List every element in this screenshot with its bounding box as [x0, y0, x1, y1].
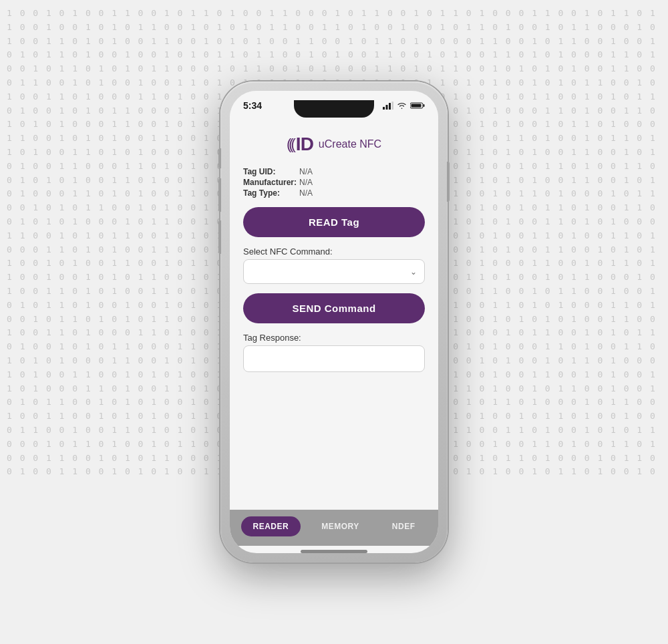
manufacturer-value: N/A	[299, 178, 313, 187]
logo-waves: (((	[287, 136, 293, 153]
status-time: 5:34	[243, 100, 262, 111]
logo-id: ID	[296, 134, 313, 155]
tag-response-section: Tag Response:	[243, 333, 425, 372]
tag-type-label: Tag Type:	[243, 188, 297, 198]
mute-button	[218, 148, 221, 168]
logo-app-name: uCreate NFC	[319, 138, 381, 150]
manufacturer-label: Manufacturer:	[243, 178, 297, 187]
volume-up-button	[218, 178, 221, 212]
wifi-icon	[397, 102, 407, 110]
tag-info-section: Tag UID: N/A Manufacturer: N/A Tag Type:…	[243, 167, 425, 198]
tag-response-value	[243, 345, 425, 372]
tab-ndef[interactable]: NDEF	[380, 516, 428, 536]
battery-icon	[410, 102, 425, 110]
nfc-command-section: Select NFC Command: ⌄	[243, 247, 425, 284]
tag-type-row: Tag Type: N/A	[243, 188, 425, 198]
svg-rect-1	[386, 105, 388, 110]
svg-rect-6	[424, 104, 425, 107]
bottom-navigation: READER MEMORY NDEF	[230, 510, 438, 546]
nfc-command-select[interactable]	[243, 259, 425, 284]
status-icons	[383, 102, 425, 110]
phone-shell: 5:34	[220, 82, 448, 562]
tab-memory[interactable]: MEMORY	[309, 516, 371, 536]
app-content: ((( ID uCreate NFC Tag UID: N/A Manufact…	[230, 120, 438, 510]
nfc-command-label: Select NFC Command:	[243, 247, 425, 257]
svg-rect-3	[392, 102, 394, 110]
svg-rect-5	[411, 104, 422, 108]
svg-rect-2	[389, 103, 391, 110]
send-command-button[interactable]: SEND Command	[243, 293, 425, 323]
tag-uid-label: Tag UID:	[243, 167, 297, 176]
nfc-command-select-wrapper: ⌄	[243, 259, 425, 284]
tag-type-value: N/A	[299, 188, 313, 198]
power-button	[447, 162, 450, 202]
tab-reader[interactable]: READER	[241, 516, 301, 536]
phone-screen: 5:34	[230, 91, 438, 553]
logo-area: ((( ID uCreate NFC	[243, 134, 425, 155]
read-tag-button[interactable]: READ Tag	[243, 207, 425, 237]
manufacturer-row: Manufacturer: N/A	[243, 178, 425, 187]
tag-uid-value: N/A	[299, 167, 313, 176]
notch	[294, 100, 374, 118]
logo-icon: ((( ID	[287, 134, 313, 155]
volume-down-button	[218, 220, 221, 254]
signal-icon	[383, 102, 393, 110]
home-indicator	[301, 550, 367, 553]
svg-rect-0	[383, 107, 385, 110]
tag-response-label: Tag Response:	[243, 333, 425, 343]
tag-uid-row: Tag UID: N/A	[243, 167, 425, 176]
